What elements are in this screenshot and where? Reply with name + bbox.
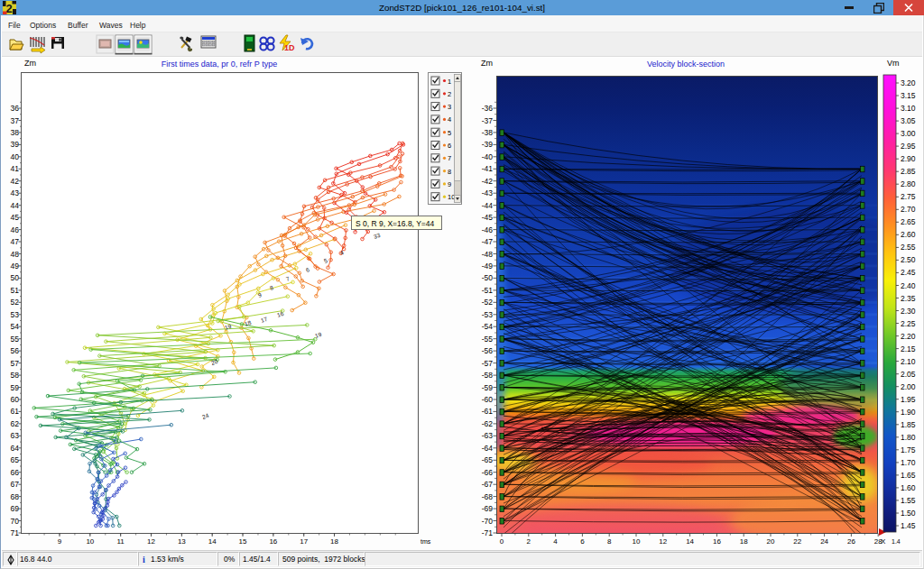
svg-text:-66: -66 [482,468,494,477]
svg-text:20: 20 [767,537,775,546]
svg-text:55: 55 [11,335,20,344]
svg-text:-40: -40 [482,152,494,161]
svg-text:1.45: 1.45 [901,521,916,530]
svg-text:51: 51 [11,286,20,295]
svg-text:-56: -56 [482,346,494,355]
svg-text:49: 49 [11,262,20,271]
svg-text:3.15: 3.15 [901,91,916,100]
svg-text:3.00: 3.00 [901,129,916,138]
svg-text:1.80: 1.80 [901,433,916,442]
svg-text:18: 18 [330,537,338,546]
svg-text:2: 2 [448,90,451,98]
svg-text:56: 56 [11,346,20,355]
svg-text:44: 44 [11,201,20,210]
svg-text:1.55: 1.55 [901,496,916,505]
svg-text:1.75: 1.75 [901,445,916,454]
svg-text:2.90: 2.90 [901,154,916,163]
svg-text:71: 71 [11,528,20,537]
svg-text:52: 52 [11,298,20,307]
svg-text:-65: -65 [482,455,494,464]
svg-text:26: 26 [847,537,855,546]
svg-text:58: 58 [11,371,20,380]
svg-text:Zm: Zm [481,59,493,68]
svg-text:0: 0 [500,537,504,546]
svg-text:-44: -44 [482,201,494,210]
svg-text:48: 48 [11,250,20,259]
svg-text:15: 15 [239,537,247,546]
svg-text:1.60: 1.60 [901,483,916,492]
svg-text:2.75: 2.75 [901,192,916,201]
svg-text:-41: -41 [482,164,494,173]
svg-text:5: 5 [448,129,451,137]
svg-text:40: 40 [11,152,20,161]
svg-text:62: 62 [11,419,20,428]
svg-text:-64: -64 [482,444,494,453]
svg-text:2.15: 2.15 [901,344,916,353]
svg-text:-49: -49 [482,262,494,271]
svg-text:61: 61 [11,407,20,416]
svg-text:-61: -61 [482,407,494,416]
svg-text:-55: -55 [482,335,494,344]
svg-text:16: 16 [713,537,721,546]
svg-text:-68: -68 [482,492,494,501]
svg-text:59: 59 [11,383,20,392]
svg-text:tms: tms [420,538,431,545]
svg-text:-42: -42 [482,177,494,186]
svg-text:2.45: 2.45 [901,268,916,277]
svg-text:6: 6 [448,142,451,150]
svg-text:41: 41 [11,164,20,173]
svg-text:14: 14 [686,537,694,546]
svg-text:2.30: 2.30 [901,307,916,316]
svg-text:-57: -57 [482,359,494,368]
svg-text:1.4: 1.4 [892,538,901,545]
svg-text:-54: -54 [482,322,494,331]
svg-text:68: 68 [11,492,20,501]
svg-text:1.90: 1.90 [901,408,916,417]
svg-text:39: 39 [11,140,20,149]
svg-text:7: 7 [448,154,451,162]
svg-text:2.70: 2.70 [901,205,916,214]
svg-text:2.05: 2.05 [901,370,916,379]
svg-text:65: 65 [11,455,20,464]
svg-text:2.85: 2.85 [901,167,916,176]
svg-text:3: 3 [448,103,451,111]
svg-text:1.70: 1.70 [901,458,916,467]
svg-text:24: 24 [820,537,828,546]
svg-text:4: 4 [553,537,558,546]
svg-text:37: 37 [11,116,20,125]
svg-text:-46: -46 [482,225,494,234]
svg-text:-52: -52 [482,298,494,307]
svg-text:36: 36 [11,104,20,113]
svg-text:-58: -58 [482,371,494,380]
svg-text:70: 70 [11,517,20,526]
svg-text:2.50: 2.50 [901,255,916,264]
svg-text:1.85: 1.85 [901,420,916,429]
svg-text:2.80: 2.80 [901,179,916,188]
svg-text:6: 6 [580,537,585,546]
svg-text:54: 54 [11,322,20,331]
svg-text:1.95: 1.95 [901,395,916,404]
svg-text:11: 11 [117,537,125,546]
svg-text:69: 69 [11,504,20,513]
svg-text:63: 63 [11,431,20,440]
svg-text:-45: -45 [482,213,494,222]
svg-text:-50: -50 [482,273,494,282]
svg-text:10: 10 [448,193,455,201]
svg-text:X: X [881,537,886,546]
svg-text:-43: -43 [482,188,494,197]
svg-text:-70: -70 [482,517,494,526]
svg-text:2.10: 2.10 [901,357,916,366]
svg-text:22: 22 [793,537,801,546]
svg-text:8: 8 [448,168,451,176]
svg-text:4: 4 [448,115,451,124]
svg-text:-60: -60 [482,395,494,404]
svg-text:-71: -71 [482,528,494,537]
svg-text:2.25: 2.25 [901,319,916,328]
svg-text:42: 42 [11,177,20,186]
svg-text:14: 14 [208,537,217,546]
svg-text:17: 17 [300,537,308,546]
svg-text:-38: -38 [482,128,494,137]
svg-text:-63: -63 [482,431,494,440]
svg-text:2.55: 2.55 [901,243,916,252]
svg-text:Vm: Vm [887,59,900,68]
